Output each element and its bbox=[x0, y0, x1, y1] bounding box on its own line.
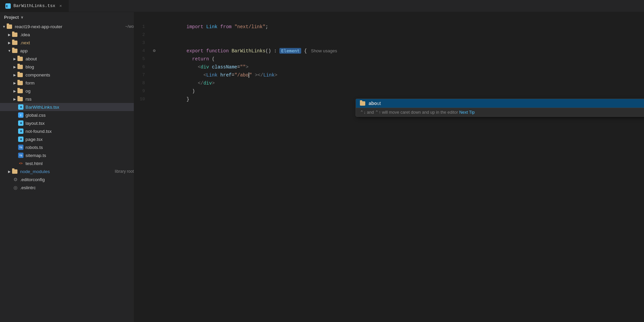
tree-item-label: layout.tsx bbox=[25, 121, 134, 126]
ts-file-icon: TS bbox=[17, 144, 24, 151]
folder-icon bbox=[17, 96, 24, 102]
line-content: import Link from "next/link"; bbox=[158, 15, 644, 39]
tree-item-label: node_modules bbox=[20, 169, 113, 174]
tree-item-layout[interactable]: ▶ ⚛ layout.tsx bbox=[0, 119, 134, 127]
editor-area: 1 import Link from "next/link"; 2 3 4 bbox=[134, 12, 644, 322]
tree-item-og[interactable]: ▶ og bbox=[0, 87, 134, 95]
line-number: 9 bbox=[137, 87, 150, 95]
tree-item-label: react19-next-app-router bbox=[15, 24, 123, 29]
line-number: 5 bbox=[137, 55, 150, 63]
tree-item-robots[interactable]: ▶ TS robots.ts bbox=[0, 143, 134, 151]
tree-item-about[interactable]: ▶ about bbox=[0, 55, 134, 63]
tree-item-notfound[interactable]: ▶ ⚛ not-found.tsx bbox=[0, 127, 134, 135]
tree-item-label: components bbox=[25, 72, 134, 77]
folder-icon bbox=[17, 71, 24, 78]
sidebar: Project ∨ ▼ react19-next-app-router ~/wo… bbox=[0, 12, 134, 322]
tree-item-label: robots.ts bbox=[25, 145, 134, 150]
tree-item-nodemodules[interactable]: ▶ node_modules library root bbox=[0, 167, 134, 175]
arrow-icon: ▶ bbox=[12, 57, 17, 61]
tree-item-form[interactable]: ▶ form bbox=[0, 79, 134, 87]
autocomplete-hint: ⌃↓ and ⌃↑ will move caret down and up in… bbox=[356, 108, 644, 116]
tree-item-globalcss[interactable]: ▶ C global.css bbox=[0, 111, 134, 119]
tree-item-label: global.css bbox=[25, 113, 134, 118]
line-content: export function BarWithLinks() : Element… bbox=[158, 39, 644, 63]
folder-icon bbox=[12, 31, 19, 38]
tsx-file-icon: ⚛ bbox=[17, 104, 24, 110]
tsx-icon: R bbox=[5, 3, 11, 9]
tree-item-barwithlinks[interactable]: ▶ ⚛ BarWithLinks.tsx bbox=[0, 103, 134, 111]
arrow-icon: ▶ bbox=[12, 89, 17, 93]
autocomplete-popup: about ⌃↓ and ⌃↑ will move caret down and… bbox=[356, 99, 644, 117]
html-file-icon: <> bbox=[17, 160, 24, 167]
sidebar-header: Project ∨ bbox=[0, 12, 134, 22]
line-number: 3 bbox=[137, 39, 150, 47]
arrow-icon: ▶ bbox=[7, 33, 12, 37]
code-line: 1 import Link from "next/link"; bbox=[134, 23, 644, 31]
tree-item-page[interactable]: ▶ ⚛ page.tsx bbox=[0, 135, 134, 143]
arrow-icon: ▶ bbox=[12, 65, 17, 69]
line-number: 7 bbox=[137, 71, 150, 79]
editor-content[interactable]: 1 import Link from "next/link"; 2 3 4 bbox=[134, 12, 644, 322]
arrow-icon: ▶ bbox=[12, 73, 17, 77]
folder-mini-icon bbox=[360, 101, 365, 106]
folder-icon bbox=[17, 79, 24, 86]
tsx-file-icon: ⚛ bbox=[17, 128, 24, 135]
tree-item-label: .next bbox=[20, 40, 134, 45]
line-number: 2 bbox=[137, 31, 150, 39]
folder-icon bbox=[17, 63, 24, 70]
tree-item-label: not-found.tsx bbox=[25, 129, 134, 134]
tree-item-label: test.html bbox=[25, 161, 134, 166]
tree-item-label: .eslintrc bbox=[20, 185, 134, 190]
tree-item-editorconfig[interactable]: ▶ ⚙ .editorconfig bbox=[0, 175, 134, 183]
tree-item-root[interactable]: ▼ react19-next-app-router ~/wo bbox=[0, 22, 134, 31]
tree-item-label: BarWithLinks.tsx bbox=[25, 105, 134, 110]
css-file-icon: C bbox=[17, 112, 24, 118]
tree-item-blog[interactable]: ▶ blog bbox=[0, 63, 134, 71]
ts-file-icon: TS bbox=[17, 152, 24, 159]
tsx-file-icon: ⚛ bbox=[17, 120, 24, 126]
main-layout: Project ∨ ▼ react19-next-app-router ~/wo… bbox=[0, 12, 644, 322]
tree-item-testhtml[interactable]: ▶ <> test.html bbox=[0, 159, 134, 167]
tree-item-app[interactable]: ▼ app bbox=[0, 47, 134, 55]
autocomplete-item-about[interactable]: about bbox=[356, 99, 644, 108]
arrow-icon: ▶ bbox=[12, 97, 17, 101]
project-label: Project bbox=[4, 15, 19, 20]
folder-icon bbox=[17, 55, 24, 62]
tab-bar-with-links[interactable]: R BarWithLinks.tsx ✕ bbox=[0, 0, 69, 12]
line-number: 4 bbox=[137, 47, 150, 55]
tree-item-label: og bbox=[25, 89, 134, 94]
tree-item-next[interactable]: ▶ .next bbox=[0, 39, 134, 47]
folder-icon bbox=[12, 47, 19, 54]
tsx-file-icon: ⚛ bbox=[17, 136, 24, 143]
tab-close-button[interactable]: ✕ bbox=[58, 3, 63, 9]
tree-item-label: .idea bbox=[20, 32, 134, 37]
arrow-icon: ▶ bbox=[12, 81, 17, 85]
gear-icon: ⚙ bbox=[150, 47, 158, 55]
tab-bar: R BarWithLinks.tsx ✕ bbox=[0, 0, 644, 12]
tree-item-label: about bbox=[25, 56, 134, 61]
tree-item-label: app bbox=[20, 48, 134, 53]
arrow-icon: ▼ bbox=[7, 49, 12, 53]
chevron-down-icon: ∨ bbox=[21, 15, 23, 19]
tree-item-label: page.tsx bbox=[25, 137, 134, 142]
line-number: 1 bbox=[137, 23, 150, 31]
tree-item-idea[interactable]: ▶ .idea bbox=[0, 31, 134, 39]
tree-item-eslintrc[interactable]: ▶ ◎ .eslintrc bbox=[0, 183, 134, 192]
next-tip-link[interactable]: Next Tip bbox=[459, 110, 475, 115]
line-number: 10 bbox=[137, 95, 150, 103]
tree-item-rss[interactable]: ▶ rss bbox=[0, 95, 134, 103]
arrow-icon: ▶ bbox=[7, 41, 12, 45]
tab-label: BarWithLinks.tsx bbox=[13, 3, 55, 8]
tree-item-sitemap[interactable]: ▶ TS sitemap.ts bbox=[0, 151, 134, 159]
tree-item-components[interactable]: ▶ components bbox=[0, 71, 134, 79]
tree-item-label: .editorconfig bbox=[20, 177, 134, 182]
tree-item-label: form bbox=[25, 80, 134, 86]
arrow-icon: ▼ bbox=[1, 25, 7, 29]
autocomplete-item-label: about bbox=[369, 101, 381, 106]
folder-icon bbox=[17, 88, 24, 94]
folder-icon bbox=[7, 23, 13, 30]
folder-icon bbox=[12, 168, 19, 175]
line-number: 8 bbox=[137, 79, 150, 87]
root-path: ~/wo bbox=[125, 24, 134, 29]
folder-icon bbox=[12, 39, 19, 46]
